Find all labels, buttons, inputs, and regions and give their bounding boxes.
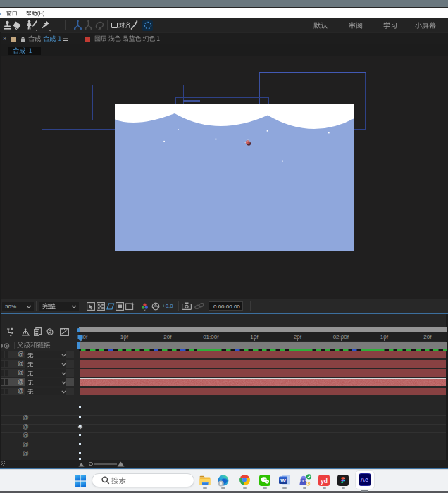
svg-text:W: W [280,478,286,484]
svg-text:T: T [301,479,304,483]
svg-text:yd: yd [321,477,328,484]
